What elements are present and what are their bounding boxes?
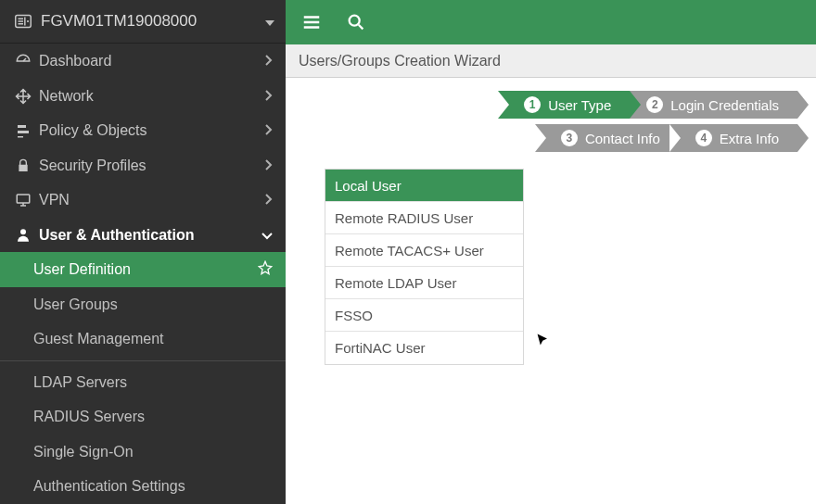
sidebar-item-label: Network <box>39 88 265 105</box>
wizard-step-user-type[interactable]: 1 User Type <box>498 91 630 119</box>
search-button[interactable] <box>343 9 369 35</box>
step-number: 3 <box>561 130 578 146</box>
sidebar-item-dashboard[interactable]: Dashboard <box>0 44 286 79</box>
option-label: Remote LDAP User <box>335 275 456 291</box>
step-label: Login Credentials <box>670 97 779 113</box>
user-type-option-fortinac-user[interactable]: FortiNAC User <box>325 332 523 364</box>
wizard-content: 1 User Type 2 Login Credentials 3 Contac… <box>286 78 816 504</box>
option-label: Remote RADIUS User <box>335 210 473 226</box>
sidebar-sub-label: Authentication Settings <box>33 478 273 495</box>
lock-icon <box>13 158 33 173</box>
star-outline-icon[interactable] <box>258 260 273 279</box>
sidebar-sub-user-groups[interactable]: User Groups <box>0 287 286 322</box>
step-label: Contact Info <box>585 131 660 146</box>
option-label: FortiNAC User <box>335 340 426 356</box>
sidebar-item-label: Security Profiles <box>39 158 265 174</box>
svg-rect-2 <box>17 195 30 203</box>
sidebar-item-label: User & Authentication <box>39 227 261 244</box>
monitor-icon <box>13 192 33 208</box>
wizard-steps: 1 User Type 2 Login Credentials 3 Contac… <box>304 91 797 152</box>
sidebar-sub-guest-management[interactable]: Guest Management <box>0 322 286 358</box>
sidebar-sub-label: RADIUS Servers <box>33 409 273 425</box>
svg-point-3 <box>20 229 26 234</box>
svg-point-4 <box>350 16 360 26</box>
sidebar-item-security-profiles[interactable]: Security Profiles <box>0 148 286 183</box>
sidebar-item-label: Policy & Objects <box>39 122 265 139</box>
device-name: FGVM01TM19008000 <box>41 12 265 31</box>
wizard-step-contact-info[interactable]: 3 Contact Info <box>535 124 679 152</box>
sidebar-item-network[interactable]: Network <box>0 79 286 114</box>
chevron-right-icon <box>265 88 273 105</box>
wizard-step-login-credentials[interactable]: 2 Login Credentials <box>620 91 797 119</box>
chevron-right-icon <box>265 53 273 69</box>
wizard-step-extra-info[interactable]: 4 Extra Info <box>669 124 797 152</box>
sidebar-sub-label: User Groups <box>33 296 273 313</box>
gauge-icon <box>13 53 33 69</box>
user-type-option-remote-tacacs-user[interactable]: Remote TACACS+ User <box>325 234 523 267</box>
sidebar-sub-label: Guest Management <box>33 331 273 347</box>
page-title: Users/Groups Creation Wizard <box>299 53 501 69</box>
main-panel: Users/Groups Creation Wizard 1 User Type… <box>286 0 816 504</box>
sidebar-sub-ldap-servers[interactable]: LDAP Servers <box>0 365 286 400</box>
sidebar-sub-label: LDAP Servers <box>33 374 273 391</box>
option-label: Remote TACACS+ User <box>335 243 484 258</box>
sidebar-sub-single-sign-on[interactable]: Single Sign-On <box>0 435 286 470</box>
chevron-down-icon <box>261 227 273 244</box>
move-icon <box>13 88 33 105</box>
sidebar-item-vpn[interactable]: VPN <box>0 183 286 218</box>
mouse-cursor-icon <box>536 333 551 351</box>
sidebar-sub-user-definition[interactable]: User Definition <box>0 252 286 287</box>
user-icon <box>13 227 33 244</box>
page-title-bar: Users/Groups Creation Wizard <box>286 44 816 78</box>
step-number: 1 <box>524 96 541 113</box>
svg-point-1 <box>27 20 29 22</box>
chevron-right-icon <box>265 122 273 139</box>
option-label: Local User <box>335 178 402 194</box>
user-type-option-remote-ldap-user[interactable]: Remote LDAP User <box>325 267 523 299</box>
step-number: 2 <box>646 96 663 113</box>
caret-down-icon <box>265 13 274 30</box>
sidebar: FGVM01TM19008000 Dashboard Network Polic… <box>0 0 286 504</box>
sidebar-sub-auth-settings[interactable]: Authentication Settings <box>0 470 286 504</box>
user-type-option-fsso[interactable]: FSSO <box>325 299 523 332</box>
user-type-option-remote-radius-user[interactable]: Remote RADIUS User <box>325 202 523 234</box>
step-label: User Type <box>548 97 611 113</box>
sidebar-sub-label: User Definition <box>33 261 258 278</box>
step-label: Extra Info <box>720 131 779 146</box>
option-label: FSSO <box>335 308 373 323</box>
sidebar-sub-label: Single Sign-On <box>33 444 273 460</box>
chevron-right-icon <box>265 192 273 208</box>
step-number: 4 <box>695 130 712 146</box>
topbar <box>286 0 816 44</box>
policy-icon <box>13 122 33 139</box>
user-type-option-local-user[interactable]: Local User <box>325 170 523 202</box>
sidebar-item-label: VPN <box>39 192 265 208</box>
chevron-right-icon <box>265 158 273 174</box>
device-selector[interactable]: FGVM01TM19008000 <box>0 0 286 44</box>
sidebar-item-label: Dashboard <box>39 53 265 69</box>
sidebar-item-policy-objects[interactable]: Policy & Objects <box>0 113 286 148</box>
user-type-options: Local User Remote RADIUS User Remote TAC… <box>325 169 524 365</box>
fortigate-logo-icon <box>13 11 33 32</box>
hamburger-menu-button[interactable] <box>299 9 325 35</box>
sidebar-divider <box>0 360 286 361</box>
sidebar-item-user-auth[interactable]: User & Authentication <box>0 218 286 253</box>
sidebar-sub-radius-servers[interactable]: RADIUS Servers <box>0 400 286 435</box>
